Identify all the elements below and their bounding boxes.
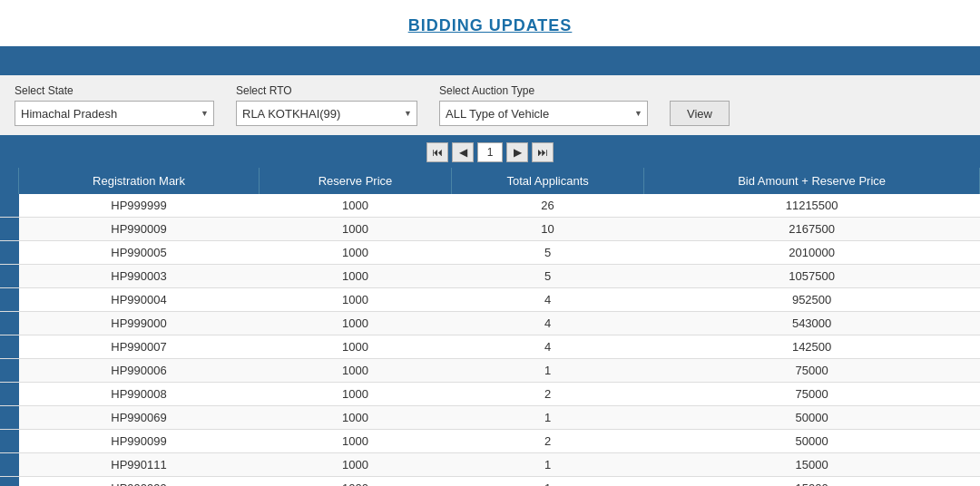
row-indicator — [0, 312, 19, 335]
cell-total-applicants: 1 — [451, 406, 643, 430]
table-header-reg: Registration Mark — [19, 168, 260, 194]
pagination-bar: ⏮ ◀ 1 ▶ ⏭ — [0, 137, 980, 168]
cell-reserve-price: 1000 — [260, 477, 452, 487]
row-indicator — [0, 453, 19, 477]
row-indicator — [0, 241, 19, 265]
cell-reserve-price: 1000 — [260, 430, 452, 453]
row-indicator — [0, 218, 19, 241]
cell-registration: HP999999 — [19, 194, 260, 218]
cell-total-applicants: 26 — [451, 194, 643, 218]
cell-reserve-price: 1000 — [260, 312, 452, 335]
cell-total-applicants: 1 — [451, 359, 643, 383]
table-header-bid: Bid Amount + Reserve Price — [644, 168, 980, 194]
cell-bid-amount: 11215500 — [644, 194, 980, 218]
row-indicator — [0, 288, 19, 312]
cell-reserve-price: 1000 — [260, 218, 452, 241]
cell-bid-amount: 2010000 — [644, 241, 980, 265]
cell-bid-amount: 15000 — [644, 477, 980, 487]
table-row: HP990005100052010000 — [0, 241, 980, 265]
rto-label: Select RTO — [236, 84, 417, 97]
cell-registration: HP990003 — [19, 265, 260, 288]
cell-bid-amount: 543000 — [644, 312, 980, 335]
cell-registration: HP990111 — [19, 453, 260, 477]
cell-registration: HP990005 — [19, 241, 260, 265]
cell-bid-amount: 75000 — [644, 383, 980, 406]
row-indicator — [0, 335, 19, 359]
cell-registration: HP990006 — [19, 359, 260, 383]
row-indicator — [0, 406, 19, 430]
cell-reserve-price: 1000 — [260, 383, 452, 406]
row-indicator — [0, 430, 19, 453]
pagination-first-button[interactable]: ⏮ — [426, 142, 448, 162]
rto-filter-group: Select RTO RLA KOTKHAI(99) — [236, 84, 417, 126]
pagination-current-page: 1 — [477, 142, 503, 162]
cell-reserve-price: 1000 — [260, 194, 452, 218]
table-header-applicants: Total Applicants — [451, 168, 643, 194]
table-row: HP99000710004142500 — [0, 335, 980, 359]
state-filter-group: Select State Himachal Pradesh — [15, 84, 214, 126]
cell-bid-amount: 50000 — [644, 406, 980, 430]
cell-registration: HP990009 — [19, 218, 260, 241]
cell-registration: HP990004 — [19, 288, 260, 312]
auction-select-wrapper: ALL Type of Vehicle — [439, 101, 648, 126]
cell-total-applicants: 2 — [451, 383, 643, 406]
cell-bid-amount: 75000 — [644, 359, 980, 383]
auction-label: Select Auction Type — [439, 84, 648, 97]
cell-bid-amount: 50000 — [644, 430, 980, 453]
table-header-reserve: Reserve Price — [260, 168, 452, 194]
cell-reserve-price: 1000 — [260, 453, 452, 477]
cell-total-applicants: 5 — [451, 265, 643, 288]
pagination-next-button[interactable]: ▶ — [506, 142, 528, 162]
table-row: HP9900091000102167500 — [0, 218, 980, 241]
view-button[interactable]: View — [670, 101, 730, 126]
table-row: HP99999910002611215500 — [0, 194, 980, 218]
cell-reserve-price: 1000 — [260, 288, 452, 312]
cell-registration: HP999000 — [19, 312, 260, 335]
page-title: BIDDING UPDATES — [0, 0, 980, 46]
auction-filter-group: Select Auction Type ALL Type of Vehicle — [439, 84, 648, 126]
table-row: HP99900010004543000 — [0, 312, 980, 335]
cell-total-applicants: 4 — [451, 288, 643, 312]
cell-total-applicants: 4 — [451, 312, 643, 335]
cell-total-applicants: 1 — [451, 453, 643, 477]
cell-bid-amount: 2167500 — [644, 218, 980, 241]
cell-reserve-price: 1000 — [260, 265, 452, 288]
table-row: HP9909991000115000 — [0, 477, 980, 487]
filter-bar: Select State Himachal Pradesh Select RTO… — [0, 75, 980, 137]
row-indicator — [0, 359, 19, 383]
cell-reserve-price: 1000 — [260, 335, 452, 359]
cell-registration: HP990099 — [19, 430, 260, 453]
cell-reserve-price: 1000 — [260, 359, 452, 383]
data-table: Registration Mark Reserve Price Total Ap… — [0, 168, 980, 486]
cell-total-applicants: 4 — [451, 335, 643, 359]
view-button-wrapper: x View — [670, 84, 730, 126]
rto-select-wrapper: RLA KOTKHAI(99) — [236, 101, 417, 126]
table-header-indicator — [0, 168, 19, 194]
row-indicator — [0, 383, 19, 406]
cell-registration: HP990008 — [19, 383, 260, 406]
state-label: Select State — [15, 84, 214, 97]
row-indicator — [0, 194, 19, 218]
row-indicator — [0, 477, 19, 487]
cell-total-applicants: 1 — [451, 477, 643, 487]
rto-select[interactable]: RLA KOTKHAI(99) — [236, 101, 417, 126]
cell-total-applicants: 2 — [451, 430, 643, 453]
top-divider — [0, 46, 980, 75]
pagination-prev-button[interactable]: ◀ — [452, 142, 474, 162]
state-select[interactable]: Himachal Pradesh — [15, 101, 214, 126]
cell-registration: HP990069 — [19, 406, 260, 430]
table-row: HP990003100051057500 — [0, 265, 980, 288]
cell-registration: HP990999 — [19, 477, 260, 487]
pagination-last-button[interactable]: ⏭ — [532, 142, 554, 162]
cell-bid-amount: 1057500 — [644, 265, 980, 288]
cell-registration: HP990007 — [19, 335, 260, 359]
state-select-wrapper: Himachal Pradesh — [15, 101, 214, 126]
table-row: HP9900061000175000 — [0, 359, 980, 383]
table-header-row: Registration Mark Reserve Price Total Ap… — [0, 168, 980, 194]
auction-select[interactable]: ALL Type of Vehicle — [439, 101, 648, 126]
cell-reserve-price: 1000 — [260, 241, 452, 265]
row-indicator — [0, 265, 19, 288]
cell-bid-amount: 15000 — [644, 453, 980, 477]
cell-total-applicants: 10 — [451, 218, 643, 241]
table-row: HP9900691000150000 — [0, 406, 980, 430]
